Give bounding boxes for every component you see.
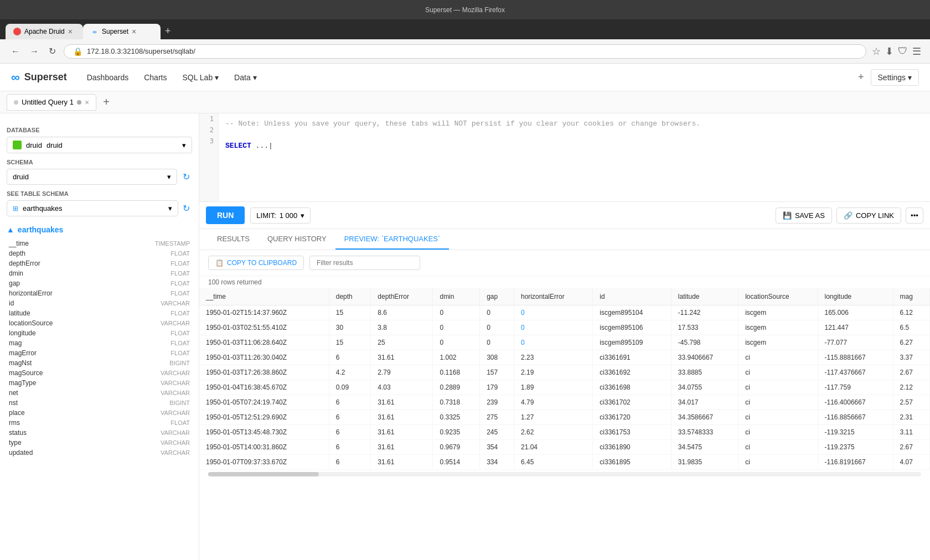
more-button[interactable]: ••• <box>906 208 923 224</box>
table-refresh-icon[interactable]: ↻ <box>180 201 192 216</box>
table-cell: 1950-01-04T16:38:45.670Z <box>199 380 329 395</box>
menu-icon[interactable]: ☰ <box>912 45 921 58</box>
table-cell: 31.61 <box>371 455 433 470</box>
field-name: magNst <box>9 359 32 367</box>
schema-select[interactable]: druid ▾ <box>7 169 177 185</box>
copy-link-button[interactable]: 🔗 COPY LINK <box>836 208 901 224</box>
query-tab-1[interactable]: Untitled Query 1 × <box>7 94 96 111</box>
field-type: FLOAT <box>170 310 190 317</box>
field-type: VARCHAR <box>161 320 190 326</box>
download-icon[interactable]: ⬇ <box>885 45 893 58</box>
table-cell: 0.9679 <box>433 440 480 455</box>
nav-sqllab[interactable]: SQL Lab ▾ <box>175 69 225 86</box>
field-name: dmin <box>9 269 23 277</box>
tab-query-history[interactable]: QUERY HISTORY <box>259 229 335 250</box>
refresh-button[interactable]: ↻ <box>46 44 58 59</box>
table-cell: 245 <box>480 425 514 440</box>
vpn-icon[interactable]: 🛡 <box>898 45 908 57</box>
schema-refresh-icon[interactable]: ↻ <box>180 169 192 184</box>
database-select[interactable]: druid druid ▾ <box>7 137 192 153</box>
table-cell: 17.533 <box>671 320 738 335</box>
browser-tab-superset[interactable]: ∞ Superset × <box>83 24 161 39</box>
table-cell: 30 <box>329 320 371 335</box>
db-icon <box>13 141 22 149</box>
scrollbar-thumb[interactable] <box>208 472 319 476</box>
field-name: magType <box>9 379 36 387</box>
copy-clipboard-button[interactable]: 📋 COPY TO CLIPBOARD <box>208 256 304 270</box>
table-cell: 1950-01-05T14:00:31.860Z <box>199 440 329 455</box>
line-2: 2 <box>199 125 218 136</box>
table-cell: 3.37 <box>893 350 929 365</box>
tab-superset-close[interactable]: × <box>132 27 136 36</box>
field-type: VARCHAR <box>161 449 190 456</box>
limit-select[interactable]: LIMIT: 1 000 ▾ <box>250 208 311 224</box>
field-type: VARCHAR <box>161 300 190 307</box>
table-cell: 8.6 <box>371 305 433 320</box>
query-tab-add-button[interactable]: + <box>99 94 114 111</box>
table-cell: 4.79 <box>514 395 592 410</box>
table-row: 1950-01-04T16:38:45.670Z0.094.030.288917… <box>199 380 930 395</box>
table-cell: ci3361720 <box>593 410 671 425</box>
field-row: locationSourceVARCHAR <box>7 318 192 328</box>
bookmark-icon[interactable]: ☆ <box>872 45 881 58</box>
new-tab-button[interactable]: + <box>161 23 175 39</box>
nav-data[interactable]: Data ▾ <box>228 69 263 86</box>
table-header-cell: id <box>593 288 671 305</box>
table-cell: 4.2 <box>329 365 371 380</box>
table-cell: 34.0755 <box>671 380 738 395</box>
table-cell: ci <box>738 350 818 365</box>
schema-header[interactable]: ▲ earthquakes <box>7 223 192 236</box>
schema-label: SCHEMA <box>7 159 192 165</box>
table-cell: ci3361692 <box>593 365 671 380</box>
table-cell: ci <box>738 380 818 395</box>
table-row: 1950-01-05T14:00:31.860Z631.610.96793542… <box>199 440 930 455</box>
table-select[interactable]: ⊞ earthquakes ▾ <box>7 200 178 216</box>
table-header-cell: horizontalError <box>514 288 592 305</box>
filter-input[interactable] <box>309 256 420 270</box>
forward-button[interactable]: → <box>28 44 41 59</box>
back-button[interactable]: ← <box>9 44 22 59</box>
field-name: status <box>9 429 27 437</box>
run-button[interactable]: RUN <box>206 206 245 224</box>
database-value: druid <box>46 141 63 149</box>
field-row: depthErrorFLOAT <box>7 258 192 268</box>
nav-charts[interactable]: Charts <box>137 69 173 86</box>
table-cell: 2.19 <box>514 365 592 380</box>
nav-dashboards[interactable]: Dashboards <box>80 69 136 86</box>
field-row: nstBIGINT <box>7 398 192 408</box>
table-cell: 0 <box>433 320 480 335</box>
table-cell: -119.3215 <box>818 425 893 440</box>
field-type: FLOAT <box>170 340 190 346</box>
table-cell: 2.67 <box>893 365 929 380</box>
settings-button[interactable]: Settings ▾ <box>871 69 919 86</box>
table-header-cell: mag <box>893 288 929 305</box>
horizontal-scrollbar[interactable] <box>208 472 921 476</box>
tab-preview[interactable]: PREVIEW: `EARTHQUAKES` <box>335 229 450 250</box>
field-type: VARCHAR <box>161 370 190 376</box>
table-cell: 0 <box>480 305 514 320</box>
table-row: 1950-01-03T11:06:28.640Z1525000iscgem895… <box>199 335 930 350</box>
header-add-button[interactable]: + <box>858 71 864 83</box>
table-cell: 1950-01-03T02:51:55.410Z <box>199 320 329 335</box>
field-name: gap <box>9 279 20 287</box>
save-as-button[interactable]: 💾 SAVE AS <box>776 208 832 224</box>
field-row: magErrorFLOAT <box>7 348 192 358</box>
query-tab-close[interactable]: × <box>85 98 89 107</box>
results-table-container[interactable]: __timedepthdepthErrordmingaphorizontalEr… <box>199 288 930 560</box>
field-name: magError <box>9 349 37 357</box>
browser-tab-druid[interactable]: Apache Druid × <box>6 24 83 39</box>
collapse-icon: ▲ <box>7 225 14 234</box>
field-name: id <box>9 299 14 307</box>
tab-results[interactable]: RESULTS <box>208 229 259 250</box>
table-cell: 2.23 <box>514 350 592 365</box>
field-row: magFLOAT <box>7 338 192 348</box>
sql-editor: 1 2 3 -- Note: Unless you save your quer… <box>199 113 930 202</box>
editor-content[interactable]: -- Note: Unless you save your query, the… <box>219 113 930 155</box>
address-input[interactable]: 🔒 172.18.0.3:32108/superset/sqllab/ <box>64 44 866 59</box>
field-name: longitude <box>9 329 36 337</box>
tab-druid-close[interactable]: × <box>68 27 73 36</box>
limit-label: LIMIT: <box>256 211 276 220</box>
tab-superset-label: Superset <box>102 28 128 35</box>
limit-chevron: ▾ <box>301 211 304 220</box>
table-cell: 1950-01-05T13:45:48.730Z <box>199 425 329 440</box>
